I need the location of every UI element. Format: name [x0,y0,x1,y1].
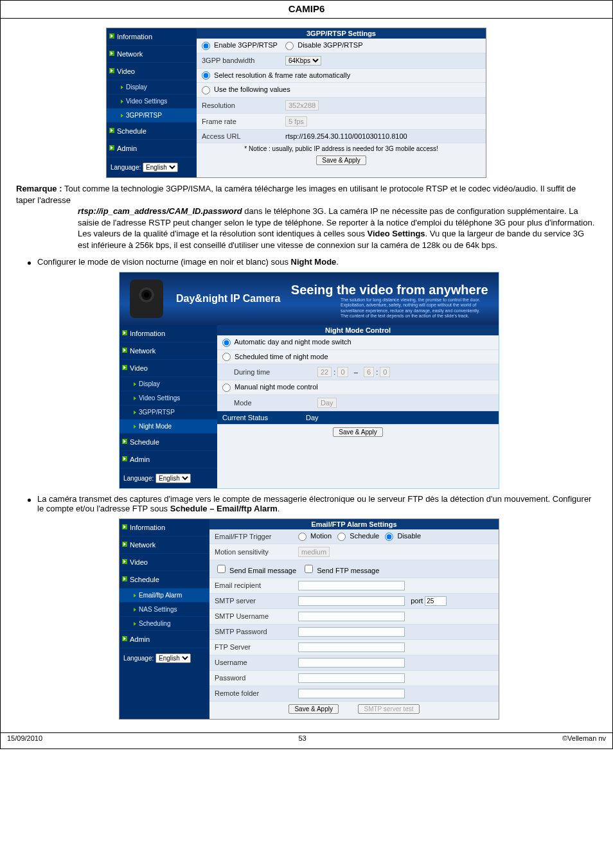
disable-radio[interactable]: Disable 3GPP/RTSP [285,41,362,50]
footer-copyright: ©Velleman nv [562,734,606,742]
chevron-right-icon [134,411,136,414]
section-title: Night Mode Control [217,325,499,335]
min2-select: 0 [380,367,390,377]
framerate-select: 5 fps [285,116,307,127]
panel-night-mode: Day&night IP Camera Seeing the video fro… [119,272,499,489]
remote-input[interactable] [298,689,405,698]
smtp-server-label: SMTP server [215,597,298,605]
bullet-icon [28,261,31,265]
username-label: Username [215,659,298,666]
arrow-icon [122,439,127,444]
sidebar-item-display[interactable]: Display [107,80,197,94]
chevron-right-icon [121,100,123,103]
usefollow-radio[interactable]: Use the following values [202,85,290,94]
chevron-right-icon [134,608,136,612]
sidebar-item-network[interactable]: Network [120,342,217,360]
min1-select: 0 [337,367,348,377]
mode-select: Day [317,398,337,408]
sidebar: Information Network Video Schedule Email… [120,519,209,719]
sidebar-item-schedule[interactable]: Schedule [120,571,209,589]
sidebar-item-admin[interactable]: Admin [107,140,197,157]
sidebar-item-network[interactable]: Network [107,46,197,63]
sidebar-item-schedule[interactable]: Schedule [107,123,197,140]
motion-radio[interactable]: Motion [298,532,332,540]
footer-date: 15/09/2010 [7,734,42,742]
send-ftp-checkbox[interactable]: Send FTP message [302,563,379,575]
save-button[interactable]: Save & Apply [289,704,338,714]
password-input[interactable] [298,673,405,683]
smtp-test-button[interactable]: SMTP server test [358,704,419,714]
sidebar-item-admin[interactable]: Admin [120,631,209,648]
sidebar-item-3gpp[interactable]: 3GPP/RTSP [120,405,217,420]
save-button[interactable]: Save & Apply [316,155,366,165]
recipient-input[interactable] [298,581,405,590]
scheduled-radio[interactable]: Scheduled time of night mode [222,353,328,362]
trigger-label: Email/FTP Trigger [215,533,298,540]
resolution-label: Resolution [202,102,285,109]
language-selector: Language: English [120,648,209,668]
enable-radio[interactable]: Enable 3GPP/RTSP [202,41,278,50]
sidebar-item-video[interactable]: Video [107,63,197,80]
sidebar-item-schedule[interactable]: Schedule [120,434,217,451]
password-label: Password [215,674,298,682]
schedule-radio[interactable]: Schedule [337,532,379,540]
port-input[interactable] [425,596,447,606]
smtp-server-input[interactable] [298,596,405,606]
access-url-label: Access URL [202,132,285,140]
smtp-user-input[interactable] [298,612,405,621]
section-title: Email/FTP Alarm Settings [209,519,499,529]
access-url-value: rtsp://169.254.30.110/001030110.8100 [285,132,481,140]
send-email-checkbox[interactable]: Send Email message [215,563,296,575]
auto-mode-radio[interactable]: Automatic day and night mode switch [222,338,351,347]
auto-radio[interactable]: Select resolution & frame rate automatic… [202,71,350,80]
sidebar-item-display[interactable]: Display [120,377,217,391]
sidebar: Information Network Video Display Video … [107,28,197,177]
sidebar-item-network[interactable]: Network [120,536,209,554]
sidebar: Information Network Video Display Video … [120,325,217,488]
bullet-email-ftp: La caméra transmet des captures d'image … [28,494,597,513]
bullet-icon [28,499,31,502]
arrow-icon [109,68,114,73]
save-button[interactable]: Save & Apply [333,427,382,437]
during-label: During time [222,368,317,376]
manual-radio[interactable]: Manual night mode control [222,383,318,392]
ftp-server-label: FTP Server [215,643,298,651]
sidebar-item-video-settings[interactable]: Video Settings [107,94,197,109]
sidebar-item-3gpp[interactable]: 3GPP/RTSP [107,109,197,123]
sidebar-item-nas[interactable]: NAS Settings [120,603,209,617]
smtp-pass-label: SMTP Password [215,628,298,635]
bullet-night-mode: Configurer le mode de vision nocturne (i… [28,257,597,267]
username-input[interactable] [298,658,405,668]
language-select[interactable]: English [155,474,191,483]
sidebar-item-email-ftp[interactable]: Email/ftp Alarm [120,589,209,603]
language-select[interactable]: English [143,163,178,172]
sidebar-item-admin[interactable]: Admin [120,451,217,468]
smtp-pass-input[interactable] [298,627,405,637]
panel-3gpp: Information Network Video Display Video … [106,28,486,178]
ftp-server-input[interactable] [298,642,405,652]
arrow-icon [122,559,127,564]
sidebar-item-scheduling[interactable]: Scheduling [120,617,209,631]
sidebar-item-video[interactable]: Video [120,554,209,571]
resolution-select: 352x288 [285,100,319,111]
sidebar-item-video[interactable]: Video [120,360,217,377]
sidebar-item-information[interactable]: Information [107,28,197,46]
remote-label: Remote folder [215,689,298,697]
page-title: CAMIP6 [1,1,612,19]
sensitivity-label: Motion sensitivity [215,548,298,556]
arrow-icon [122,636,127,641]
sidebar-item-information[interactable]: Information [120,325,217,342]
framerate-label: Frame rate [202,118,285,125]
recipient-label: Email recipient [215,581,298,589]
status-value: Day [306,414,493,421]
disable-radio[interactable]: Disable [385,532,421,540]
sidebar-item-video-settings[interactable]: Video Settings [120,391,217,405]
sidebar-item-information[interactable]: Information [120,519,209,536]
sidebar-item-night-mode[interactable]: Night Mode [120,420,217,434]
sensitivity-select: medium [298,547,330,557]
arrow-icon [122,542,127,547]
arrow-icon [122,456,127,461]
chevron-right-icon [121,114,123,118]
language-select[interactable]: English [155,653,191,663]
bandwidth-select[interactable]: 64Kbps [285,56,321,66]
